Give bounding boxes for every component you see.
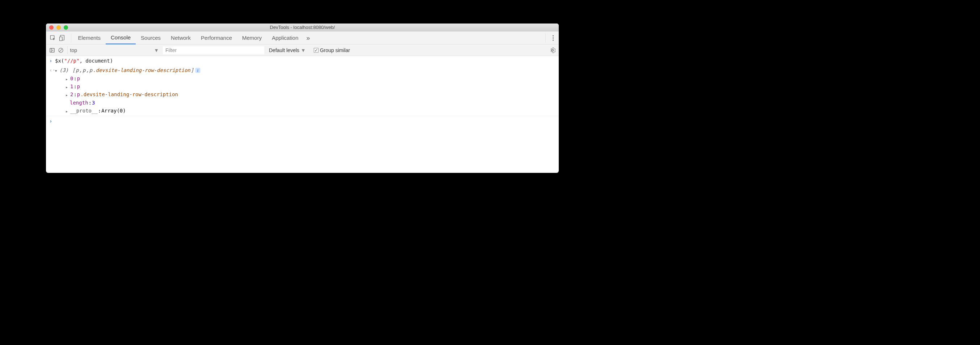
tab-performance[interactable]: Performance	[196, 32, 237, 45]
chevron-down-icon: ▼	[154, 48, 159, 53]
array-length-summary: (3)	[59, 66, 68, 74]
console-output[interactable]: (3) [ p, p, p.devsite-landing-row-descri…	[55, 66, 557, 114]
console-prompt[interactable]: ›	[46, 116, 559, 128]
console-output-row: ‹· (3) [ p, p, p.devsite-landing-row-des…	[46, 65, 559, 115]
disclosure-triangle-icon[interactable]	[66, 83, 70, 91]
tab-console[interactable]: Console	[106, 32, 136, 45]
log-levels-selector[interactable]: Default levels ▼	[266, 48, 309, 53]
proto-property[interactable]: __proto__: Array(0)	[59, 107, 557, 114]
svg-rect-3	[50, 48, 54, 52]
devtools-window: DevTools - localhost:8080/web/ Elements …	[46, 24, 559, 173]
console-input-code: $x("//p", document)	[55, 57, 557, 65]
divider	[71, 33, 71, 42]
toggle-sidebar-icon[interactable]	[48, 47, 56, 54]
tab-sources[interactable]: Sources	[136, 32, 166, 45]
tab-memory[interactable]: Memory	[237, 32, 267, 45]
checkbox-icon: ✓	[314, 48, 318, 52]
divider	[546, 33, 546, 42]
inspect-element-icon[interactable]	[49, 34, 56, 41]
array-item[interactable]: 1: p	[59, 83, 557, 91]
console-toolbar: top ▼ Default levels ▼ ✓ Group similar	[46, 45, 559, 56]
info-badge-icon[interactable]: i	[195, 68, 200, 73]
tabs-bar: Elements Console Sources Network Perform…	[46, 32, 559, 45]
device-toolbar-icon[interactable]	[59, 34, 66, 41]
array-item[interactable]: 0: p	[59, 75, 557, 83]
filter-input[interactable]	[163, 46, 264, 54]
titlebar: DevTools - localhost:8080/web/	[46, 24, 559, 32]
group-similar-label: Group similar	[320, 48, 350, 53]
svg-point-7	[552, 49, 553, 51]
input-chevron-icon: ›	[49, 57, 55, 65]
tab-application[interactable]: Application	[267, 32, 303, 45]
settings-menu-button[interactable]	[547, 35, 559, 40]
length-property: length: 3	[59, 99, 557, 107]
tab-elements[interactable]: Elements	[73, 32, 106, 45]
tab-network[interactable]: Network	[166, 32, 196, 45]
disclosure-triangle-icon[interactable]	[66, 91, 70, 99]
window-title: DevTools - localhost:8080/web/	[46, 25, 559, 30]
disclosure-triangle-icon[interactable]	[55, 66, 59, 74]
array-item[interactable]: 2: p.devsite-landing-row-description	[59, 91, 557, 99]
svg-line-6	[59, 49, 62, 52]
array-expanded: 0: p 1: p 2: p.devsite-landing-row-descr…	[55, 75, 557, 115]
disclosure-triangle-icon[interactable]	[66, 75, 70, 83]
svg-rect-2	[60, 37, 63, 41]
output-chevron-icon: ‹·	[49, 66, 55, 114]
context-selector[interactable]: top ▼	[67, 46, 161, 54]
chevron-down-icon: ▼	[301, 48, 306, 53]
console-input[interactable]	[55, 117, 557, 125]
array-summary[interactable]: (3) [ p, p, p.devsite-landing-row-descri…	[55, 66, 557, 74]
prompt-chevron-icon: ›	[49, 117, 55, 125]
console-body: › $x("//p", document) ‹· (3) [ p, p, p.d…	[46, 56, 559, 128]
tabs-overflow-button[interactable]: »	[304, 34, 313, 41]
clear-console-icon[interactable]	[57, 47, 64, 54]
console-input-row: › $x("//p", document)	[46, 56, 559, 65]
context-value: top	[70, 48, 77, 53]
disclosure-triangle-icon[interactable]	[66, 107, 70, 114]
console-settings-icon[interactable]	[549, 47, 556, 54]
group-similar-toggle[interactable]: ✓ Group similar	[310, 48, 353, 53]
levels-label: Default levels	[269, 48, 299, 53]
